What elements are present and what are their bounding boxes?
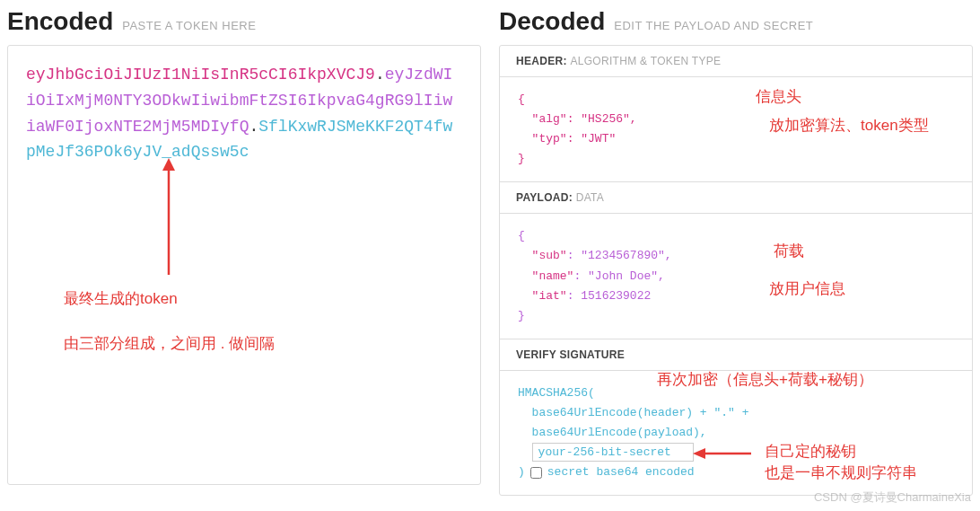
name-key: "name" — [532, 269, 574, 283]
sig-annotation-1: 再次加密（信息头+荷载+秘钥） — [657, 367, 873, 393]
token-header-part: eyJhbGciOiJIUzI1NiIsInR5cCI6IkpXVCJ9 — [26, 66, 375, 84]
sub-key: "sub" — [532, 249, 567, 262]
payload-section-body[interactable]: { "sub": "1234567890", "name": "John Doe… — [500, 214, 972, 338]
sig-line3: base64UrlEncode(payload), — [532, 426, 707, 439]
payload-annotation-2: 放用户信息 — [769, 277, 845, 303]
arrow-left-icon — [693, 445, 756, 462]
name-val: "John Doe" — [588, 269, 658, 283]
decoded-subtitle: EDIT THE PAYLOAD AND SECRET — [614, 19, 813, 32]
header-annotation-1: 信息头 — [756, 84, 801, 110]
secret-base64-checkbox[interactable] — [530, 467, 542, 479]
decoded-title: Decoded — [499, 7, 605, 36]
payload-section-label: PAYLOAD: DATA — [500, 182, 972, 214]
header-label: HEADER: — [516, 55, 567, 67]
typ-val: "JWT" — [581, 132, 616, 145]
decoded-title-row: Decoded EDIT THE PAYLOAD AND SECRET — [499, 7, 973, 36]
sig-annotation-2: 自己定的秘钥 — [765, 439, 856, 465]
token-dot1: . — [375, 66, 385, 84]
header-section-body[interactable]: { "alg": "HS256", "typ": "JWT" } 信息头 放加密… — [500, 77, 972, 181]
iat-key: "iat" — [532, 289, 567, 303]
payload-label: PAYLOAD: — [516, 191, 573, 204]
encoded-subtitle: PASTE A TOKEN HERE — [122, 19, 256, 32]
signature-label: VERIFY SIGNATURE — [516, 348, 625, 361]
sub-val: "1234567890" — [581, 249, 665, 262]
payload-section: PAYLOAD: DATA { "sub": "1234567890", "na… — [500, 181, 972, 338]
alg-val: "HS256" — [581, 112, 630, 126]
payload-annotation-1: 荷载 — [774, 239, 804, 265]
signature-section: VERIFY SIGNATURE 再次加密（信息头+荷载+秘钥） HMACSHA… — [500, 339, 972, 495]
alg-key: "alg" — [532, 112, 567, 126]
arrow-up-icon — [155, 158, 182, 284]
sig-line5-prefix: ) — [518, 463, 525, 482]
checkbox-label: secret base64 encoded — [547, 463, 695, 482]
header-section: HEADER: ALGORITHM & TOKEN TYPE { "alg": … — [500, 46, 972, 181]
sig-line2: base64UrlEncode(header) + "." + — [532, 406, 749, 419]
watermark: CSDN @夏诗曼CharmaineXia — [814, 489, 971, 503]
iat-val: 1516239022 — [581, 289, 651, 303]
encoded-annotation-2: 由三部分组成，之间用 . 做间隔 — [64, 333, 275, 354]
header-annotation-2: 放加密算法、token类型 — [769, 113, 929, 139]
encoded-title-row: Encoded PASTE A TOKEN HERE — [7, 7, 481, 36]
header-sublabel: ALGORITHM & TOKEN TYPE — [570, 55, 721, 67]
svg-marker-3 — [693, 448, 705, 459]
sig-line1: HMACSHA256( — [518, 386, 595, 400]
token-text[interactable]: eyJhbGciOiJIUzI1NiIsInR5cCI6IkpXVCJ9.eyJ… — [26, 62, 462, 165]
secret-input[interactable] — [532, 443, 694, 462]
decoded-panel: HEADER: ALGORITHM & TOKEN TYPE { "alg": … — [499, 45, 973, 496]
payload-sublabel: DATA — [576, 191, 604, 204]
signature-section-label: VERIFY SIGNATURE — [500, 339, 972, 371]
decoded-column: Decoded EDIT THE PAYLOAD AND SECRET HEAD… — [499, 7, 973, 496]
header-section-label: HEADER: ALGORITHM & TOKEN TYPE — [500, 46, 972, 77]
encoded-annotation-1: 最终生成的token — [64, 288, 178, 309]
typ-key: "typ" — [532, 132, 567, 145]
encoded-column: Encoded PASTE A TOKEN HERE eyJhbGciOiJIU… — [7, 7, 481, 496]
token-dot2: . — [249, 118, 258, 136]
signature-section-body[interactable]: 再次加密（信息头+荷载+秘钥） HMACSHA256( base64UrlEnc… — [500, 371, 972, 495]
encoded-title: Encoded — [7, 7, 113, 36]
encoded-panel[interactable]: eyJhbGciOiJIUzI1NiIsInR5cCI6IkpXVCJ9.eyJ… — [7, 45, 481, 485]
